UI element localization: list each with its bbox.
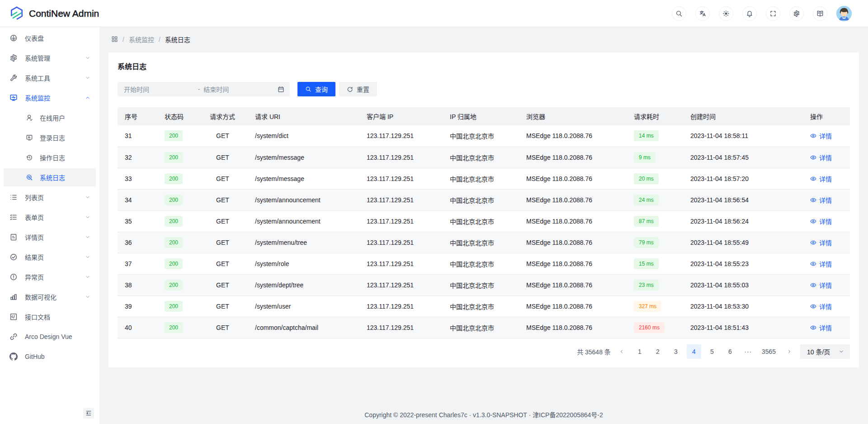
sidebar-item-login-log[interactable]: 登录日志 — [4, 129, 96, 147]
chevron-down-icon — [85, 55, 90, 61]
page-size-select[interactable]: 10 条/页 — [800, 344, 850, 359]
cell-client-ip: 123.117.129.251 — [359, 147, 443, 168]
form-icon — [9, 213, 18, 221]
translate-icon — [699, 10, 706, 17]
sidebar-item-operation-log[interactable]: 操作日志 — [4, 148, 96, 167]
breadcrumb-item-monitor[interactable]: 系统监控 — [129, 35, 154, 44]
detail-link[interactable]: 详情 — [810, 195, 832, 205]
sidebar-item-label: 系统日志 — [40, 173, 90, 182]
brand[interactable]: ContiNew Admin — [10, 6, 99, 21]
sidebar-item-label: 在线用户 — [40, 113, 90, 122]
reset-button[interactable]: 重置 — [339, 82, 377, 96]
cell-ip-region: 中国北京北京市 — [443, 253, 519, 274]
detail-link[interactable]: 详情 — [810, 281, 832, 290]
header-settings-button[interactable] — [789, 6, 804, 21]
status-badge: 200 — [165, 152, 183, 163]
cell-method: GET — [203, 317, 248, 338]
column-header: 序号 — [118, 107, 157, 125]
sidebar-item-label: 仪表盘 — [25, 33, 90, 43]
elapsed-badge: 24 ms — [634, 195, 659, 205]
detail-link-label: 详情 — [819, 195, 832, 205]
table-row: 37200GET/system/role123.117.129.251中国北京北… — [118, 253, 850, 274]
cell-ip-region: 中国北京北京市 — [443, 147, 519, 168]
pagination-page-1[interactable]: 1 — [632, 344, 647, 359]
cell-index: 38 — [118, 274, 157, 295]
pagination-total: 共 35648 条 — [577, 347, 611, 356]
sidebar-collapse-button[interactable] — [83, 408, 94, 419]
cell-client-ip: 123.117.129.251 — [359, 189, 443, 210]
cell-client-ip: 123.117.129.251 — [359, 274, 443, 295]
github-icon — [9, 353, 18, 361]
header-fullscreen-button[interactable] — [766, 6, 780, 21]
sidebar-item-form-pages[interactable]: 表单页 — [4, 208, 96, 226]
cell-browser: MSEdge 118.0.2088.76 — [519, 317, 627, 338]
pagination-page-5[interactable]: 5 — [705, 344, 719, 359]
sidebar-item-result-pages[interactable]: 结果页 — [4, 248, 96, 266]
search-button[interactable]: 查询 — [297, 82, 335, 96]
detail-link[interactable]: 详情 — [810, 302, 832, 311]
header-locale-button[interactable] — [695, 6, 710, 21]
pagination-next-button[interactable] — [782, 344, 797, 359]
cell-browser: MSEdge 118.0.2088.76 — [519, 232, 627, 253]
sidebar-item-data-visualization[interactable]: 数据可视化 — [4, 288, 96, 306]
page-size-label: 10 条/页 — [807, 347, 830, 356]
header-search-button[interactable] — [672, 6, 686, 21]
cell-browser: MSEdge 118.0.2088.76 — [519, 274, 627, 295]
cell-browser: MSEdge 118.0.2088.76 — [519, 168, 627, 189]
sidebar-item-system-log[interactable]: 系统日志 — [4, 168, 96, 186]
user-avatar[interactable] — [836, 6, 852, 21]
sidebar-item-detail-pages[interactable]: 详情页 — [4, 228, 96, 246]
column-header: 操作 — [803, 107, 850, 125]
sidebar-item-exception-pages[interactable]: 异常页 — [4, 268, 96, 286]
sidebar-item-online-users[interactable]: 在线用户 — [4, 109, 96, 127]
cell-created-time: 2023-11-04 18:56:24 — [683, 210, 803, 232]
detail-link[interactable]: 详情 — [810, 153, 832, 162]
header-docs-button[interactable] — [813, 6, 827, 21]
sidebar-item-system-tools[interactable]: 系统工具 — [4, 69, 96, 87]
detail-link[interactable]: 详情 — [810, 238, 832, 247]
sidebar-item-api-docs[interactable]: 接口文档 — [4, 308, 96, 326]
pagination-page-4[interactable]: 4 — [687, 344, 701, 359]
detail-link[interactable]: 详情 — [810, 174, 832, 183]
cell-ip-region: 中国北京北京市 — [443, 210, 519, 232]
sidebar-item-github[interactable]: GitHub — [4, 348, 96, 366]
detail-link-label: 详情 — [819, 153, 832, 162]
start-date-input[interactable]: 开始时间 — [124, 85, 194, 94]
cell-index: 33 — [118, 168, 157, 189]
pagination-prev-button[interactable] — [614, 344, 629, 359]
detail-link[interactable]: 详情 — [810, 259, 832, 268]
cell-created-time: 2023-11-04 18:57:45 — [683, 147, 803, 168]
refresh-icon — [347, 86, 353, 92]
detail-link[interactable]: 详情 — [810, 323, 832, 332]
pagination-page-2[interactable]: 2 — [651, 344, 665, 359]
pagination-page-3565[interactable]: 3565 — [759, 344, 778, 359]
dashboard-icon — [9, 34, 18, 42]
range-separator: - — [198, 86, 200, 93]
end-date-input[interactable]: 结束时间 — [203, 85, 274, 94]
breadcrumb-item-current: 系统日志 — [165, 35, 190, 44]
breadcrumb-separator: / — [123, 36, 124, 43]
cell-browser: MSEdge 118.0.2088.76 — [519, 253, 627, 274]
cell-status: 200 — [157, 168, 203, 189]
header-theme-button[interactable] — [719, 6, 733, 21]
cell-uri: /common/captcha/mail — [248, 317, 359, 338]
cell-elapsed: 87 ms — [627, 210, 683, 232]
detail-link[interactable]: 详情 — [810, 217, 832, 226]
sidebar-item-dashboard[interactable]: 仪表盘 — [4, 29, 96, 47]
header-notifications-button[interactable] — [742, 6, 757, 21]
sidebar-item-list-pages[interactable]: 列表页 — [4, 188, 96, 206]
apps-grid-icon[interactable] — [111, 36, 118, 43]
pagination-page-6[interactable]: 6 — [723, 344, 737, 359]
table-row: 32200GET/system/message123.117.129.251中国… — [118, 147, 850, 168]
github-icon — [9, 353, 18, 361]
table-row: 35200GET/system/announcement123.117.129.… — [118, 210, 850, 232]
pagination-page-3[interactable]: 3 — [669, 344, 683, 359]
sidebar-item-arco-design-vue[interactable]: Arco Design Vue — [4, 328, 96, 346]
log-card: 系统日志 开始时间 - 结束时间 查询 重置 — [108, 52, 859, 367]
detail-link[interactable]: 详情 — [810, 131, 832, 140]
list-icon — [9, 193, 18, 201]
sidebar-item-system-monitor[interactable]: 系统监控 — [4, 89, 96, 107]
status-badge: 200 — [165, 130, 183, 141]
date-range-picker[interactable]: 开始时间 - 结束时间 — [118, 82, 290, 96]
sidebar-item-system-management[interactable]: 系统管理 — [4, 49, 96, 67]
